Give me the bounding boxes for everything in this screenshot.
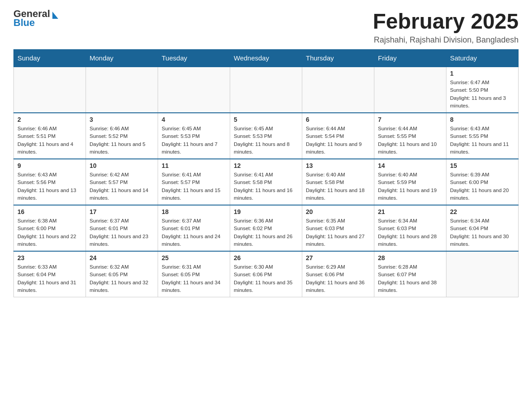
day-number: 2 — [17, 116, 82, 123]
logo-blue-text: Blue — [13, 17, 35, 28]
day-info: Sunrise: 6:34 AM Sunset: 6:04 PM Dayligh… — [450, 217, 515, 248]
calendar-cell: 18Sunrise: 6:37 AM Sunset: 6:01 PM Dayli… — [158, 205, 230, 251]
calendar-cell: 7Sunrise: 6:44 AM Sunset: 5:55 PM Daylig… — [374, 113, 446, 159]
day-number: 20 — [306, 208, 370, 215]
calendar-week-row: 9Sunrise: 6:43 AM Sunset: 5:56 PM Daylig… — [14, 159, 519, 205]
calendar-week-row: 16Sunrise: 6:38 AM Sunset: 6:00 PM Dayli… — [14, 205, 519, 251]
day-number: 3 — [90, 116, 154, 123]
page-header: General Blue February 2025 Rajshahi, Raj… — [13, 9, 519, 45]
calendar-cell: 1Sunrise: 6:47 AM Sunset: 5:50 PM Daylig… — [446, 67, 519, 113]
calendar-cell: 21Sunrise: 6:34 AM Sunset: 6:03 PM Dayli… — [374, 205, 446, 251]
day-info: Sunrise: 6:31 AM Sunset: 6:05 PM Dayligh… — [162, 263, 226, 294]
day-info: Sunrise: 6:47 AM Sunset: 5:50 PM Dayligh… — [450, 79, 515, 110]
day-number: 5 — [234, 116, 298, 123]
day-number: 21 — [378, 208, 442, 215]
calendar-cell — [86, 67, 158, 113]
day-info: Sunrise: 6:44 AM Sunset: 5:54 PM Dayligh… — [306, 125, 370, 156]
calendar-cell: 27Sunrise: 6:29 AM Sunset: 6:06 PM Dayli… — [302, 251, 374, 297]
calendar-week-row: 1Sunrise: 6:47 AM Sunset: 5:50 PM Daylig… — [14, 67, 519, 113]
day-info: Sunrise: 6:40 AM Sunset: 5:58 PM Dayligh… — [306, 171, 370, 202]
calendar-cell: 2Sunrise: 6:46 AM Sunset: 5:51 PM Daylig… — [14, 113, 86, 159]
day-number: 23 — [17, 254, 82, 261]
day-info: Sunrise: 6:45 AM Sunset: 5:53 PM Dayligh… — [162, 125, 226, 156]
day-info: Sunrise: 6:46 AM Sunset: 5:52 PM Dayligh… — [90, 125, 154, 156]
calendar-cell: 12Sunrise: 6:41 AM Sunset: 5:58 PM Dayli… — [230, 159, 302, 205]
calendar-cell — [374, 67, 446, 113]
day-number: 14 — [378, 162, 442, 169]
calendar-cell: 20Sunrise: 6:35 AM Sunset: 6:03 PM Dayli… — [302, 205, 374, 251]
calendar-cell: 25Sunrise: 6:31 AM Sunset: 6:05 PM Dayli… — [158, 251, 230, 297]
calendar-cell: 17Sunrise: 6:37 AM Sunset: 6:01 PM Dayli… — [86, 205, 158, 251]
calendar-cell: 16Sunrise: 6:38 AM Sunset: 6:00 PM Dayli… — [14, 205, 86, 251]
day-info: Sunrise: 6:34 AM Sunset: 6:03 PM Dayligh… — [378, 217, 442, 248]
calendar-header-wednesday: Wednesday — [230, 50, 302, 67]
logo: General Blue — [13, 9, 58, 29]
day-info: Sunrise: 6:41 AM Sunset: 5:58 PM Dayligh… — [234, 171, 298, 202]
day-info: Sunrise: 6:37 AM Sunset: 6:01 PM Dayligh… — [162, 217, 226, 248]
calendar-cell — [230, 67, 302, 113]
day-info: Sunrise: 6:33 AM Sunset: 6:04 PM Dayligh… — [17, 263, 82, 294]
day-info: Sunrise: 6:42 AM Sunset: 5:57 PM Dayligh… — [90, 171, 154, 202]
logo-arrow-icon — [52, 12, 58, 19]
calendar-cell: 13Sunrise: 6:40 AM Sunset: 5:58 PM Dayli… — [302, 159, 374, 205]
day-info: Sunrise: 6:45 AM Sunset: 5:53 PM Dayligh… — [234, 125, 298, 156]
calendar-cell: 19Sunrise: 6:36 AM Sunset: 6:02 PM Dayli… — [230, 205, 302, 251]
calendar-cell: 9Sunrise: 6:43 AM Sunset: 5:56 PM Daylig… — [14, 159, 86, 205]
calendar-cell: 4Sunrise: 6:45 AM Sunset: 5:53 PM Daylig… — [158, 113, 230, 159]
day-info: Sunrise: 6:37 AM Sunset: 6:01 PM Dayligh… — [90, 217, 154, 248]
calendar-table: SundayMondayTuesdayWednesdayThursdayFrid… — [13, 49, 519, 297]
title-section: February 2025 Rajshahi, Rajshahi Divisio… — [373, 9, 519, 45]
day-number: 16 — [17, 208, 82, 215]
calendar-cell: 23Sunrise: 6:33 AM Sunset: 6:04 PM Dayli… — [14, 251, 86, 297]
day-number: 4 — [162, 116, 226, 123]
day-number: 22 — [450, 208, 515, 215]
day-number: 18 — [162, 208, 226, 215]
calendar-cell: 15Sunrise: 6:39 AM Sunset: 6:00 PM Dayli… — [446, 159, 519, 205]
day-info: Sunrise: 6:40 AM Sunset: 5:59 PM Dayligh… — [378, 171, 442, 202]
day-info: Sunrise: 6:30 AM Sunset: 6:06 PM Dayligh… — [234, 263, 298, 294]
calendar-cell: 26Sunrise: 6:30 AM Sunset: 6:06 PM Dayli… — [230, 251, 302, 297]
calendar-header-thursday: Thursday — [302, 50, 374, 67]
calendar-cell: 3Sunrise: 6:46 AM Sunset: 5:52 PM Daylig… — [86, 113, 158, 159]
calendar-cell: 6Sunrise: 6:44 AM Sunset: 5:54 PM Daylig… — [302, 113, 374, 159]
day-info: Sunrise: 6:32 AM Sunset: 6:05 PM Dayligh… — [90, 263, 154, 294]
day-number: 10 — [90, 162, 154, 169]
day-number: 25 — [162, 254, 226, 261]
day-number: 7 — [378, 116, 442, 123]
day-info: Sunrise: 6:28 AM Sunset: 6:07 PM Dayligh… — [378, 263, 442, 294]
day-info: Sunrise: 6:36 AM Sunset: 6:02 PM Dayligh… — [234, 217, 298, 248]
day-number: 27 — [306, 254, 370, 261]
day-info: Sunrise: 6:29 AM Sunset: 6:06 PM Dayligh… — [306, 263, 370, 294]
page-title: February 2025 — [373, 9, 519, 34]
calendar-header-friday: Friday — [374, 50, 446, 67]
calendar-header-tuesday: Tuesday — [158, 50, 230, 67]
calendar-week-row: 23Sunrise: 6:33 AM Sunset: 6:04 PM Dayli… — [14, 251, 519, 297]
day-number: 17 — [90, 208, 154, 215]
calendar-cell — [446, 251, 519, 297]
calendar-cell — [14, 67, 86, 113]
calendar-header-saturday: Saturday — [446, 50, 519, 67]
day-info: Sunrise: 6:44 AM Sunset: 5:55 PM Dayligh… — [378, 125, 442, 156]
calendar-cell — [158, 67, 230, 113]
calendar-cell: 5Sunrise: 6:45 AM Sunset: 5:53 PM Daylig… — [230, 113, 302, 159]
day-number: 12 — [234, 162, 298, 169]
day-info: Sunrise: 6:35 AM Sunset: 6:03 PM Dayligh… — [306, 217, 370, 248]
day-number: 6 — [306, 116, 370, 123]
calendar-cell: 22Sunrise: 6:34 AM Sunset: 6:04 PM Dayli… — [446, 205, 519, 251]
calendar-cell: 24Sunrise: 6:32 AM Sunset: 6:05 PM Dayli… — [86, 251, 158, 297]
calendar-cell: 11Sunrise: 6:41 AM Sunset: 5:57 PM Dayli… — [158, 159, 230, 205]
day-number: 15 — [450, 162, 515, 169]
calendar-header-monday: Monday — [86, 50, 158, 67]
calendar-header-sunday: Sunday — [14, 50, 86, 67]
calendar-cell: 28Sunrise: 6:28 AM Sunset: 6:07 PM Dayli… — [374, 251, 446, 297]
day-number: 11 — [162, 162, 226, 169]
calendar-cell: 14Sunrise: 6:40 AM Sunset: 5:59 PM Dayli… — [374, 159, 446, 205]
day-number: 13 — [306, 162, 370, 169]
day-info: Sunrise: 6:41 AM Sunset: 5:57 PM Dayligh… — [162, 171, 226, 202]
day-info: Sunrise: 6:39 AM Sunset: 6:00 PM Dayligh… — [450, 171, 515, 202]
day-info: Sunrise: 6:46 AM Sunset: 5:51 PM Dayligh… — [17, 125, 82, 156]
day-info: Sunrise: 6:43 AM Sunset: 5:55 PM Dayligh… — [450, 125, 515, 156]
calendar-week-row: 2Sunrise: 6:46 AM Sunset: 5:51 PM Daylig… — [14, 113, 519, 159]
calendar-header-row: SundayMondayTuesdayWednesdayThursdayFrid… — [14, 50, 519, 67]
calendar-cell: 8Sunrise: 6:43 AM Sunset: 5:55 PM Daylig… — [446, 113, 519, 159]
